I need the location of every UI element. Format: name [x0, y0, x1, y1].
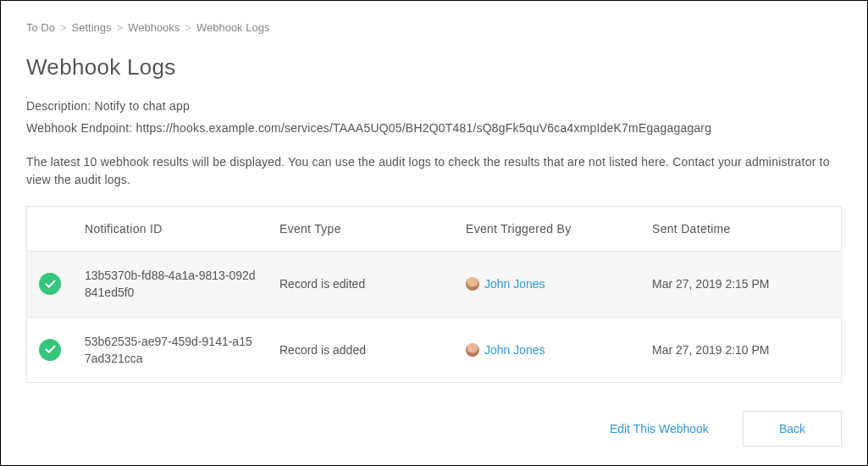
endpoint-label: Webhook Endpoint:: [26, 121, 132, 135]
event-type-cell: Record is edited: [268, 252, 454, 318]
description-label: Description:: [26, 99, 91, 113]
triggered-by-cell: John Jones: [454, 317, 640, 383]
notification-id-cell: 53b62535-ae97-459d-9141-a157ad321cca: [73, 317, 268, 383]
chevron-right-icon: >: [185, 21, 191, 34]
description-value: Notify to chat app: [94, 99, 190, 113]
avatar-icon: [466, 277, 479, 291]
page-container: To Do > Settings > Webhooks > Webhook Lo…: [0, 0, 868, 466]
status-cell: [27, 317, 74, 383]
chevron-right-icon: >: [60, 21, 67, 34]
page-title: Webhook Logs: [26, 54, 842, 80]
table-row[interactable]: 13b5370b-fd88-4a1a-9813-092d841ed5f0 Rec…: [27, 252, 842, 318]
col-sent-datetime: Sent Datetime: [640, 207, 842, 252]
event-type-cell: Record is added: [268, 317, 454, 383]
col-notification-id: Notification ID: [73, 207, 268, 252]
check-circle-icon: [39, 273, 61, 295]
info-text: The latest 10 webhook results will be di…: [26, 153, 842, 189]
check-circle-icon: [39, 339, 61, 361]
col-event-type: Event Type: [268, 207, 454, 252]
col-triggered-by: Event Triggered By: [454, 207, 640, 252]
notification-id-cell: 13b5370b-fd88-4a1a-9813-092d841ed5f0: [73, 252, 268, 318]
breadcrumb-item-webhook-logs: Webhook Logs: [196, 21, 270, 34]
footer-actions: Edit This Webhook Back: [610, 411, 842, 447]
breadcrumb: To Do > Settings > Webhooks > Webhook Lo…: [26, 21, 842, 34]
description-line: Description: Notify to chat app: [26, 99, 842, 113]
sent-datetime-cell: Mar 27, 2019 2:10 PM: [640, 317, 842, 383]
edit-this-webhook-link[interactable]: Edit This Webhook: [610, 422, 709, 435]
breadcrumb-item-settings[interactable]: Settings: [72, 21, 112, 34]
col-status: [27, 207, 74, 252]
chevron-right-icon: >: [117, 21, 124, 34]
user-link[interactable]: John Jones: [484, 277, 545, 291]
sent-datetime-cell: Mar 27, 2019 2:15 PM: [640, 252, 842, 318]
endpoint-line: Webhook Endpoint: https://hooks.example.…: [26, 121, 842, 135]
avatar-icon: [466, 343, 479, 357]
triggered-by-cell: John Jones: [454, 252, 640, 318]
table-row[interactable]: 53b62535-ae97-459d-9141-a157ad321cca Rec…: [27, 317, 842, 383]
user-link[interactable]: John Jones: [484, 343, 545, 357]
status-cell: [27, 252, 74, 318]
breadcrumb-item-todo[interactable]: To Do: [26, 21, 55, 34]
breadcrumb-item-webhooks[interactable]: Webhooks: [128, 21, 180, 34]
back-button[interactable]: Back: [743, 411, 842, 447]
webhook-logs-table: Notification ID Event Type Event Trigger…: [26, 206, 842, 383]
endpoint-value: https://hooks.example.com/services/TAAA5…: [135, 121, 711, 135]
